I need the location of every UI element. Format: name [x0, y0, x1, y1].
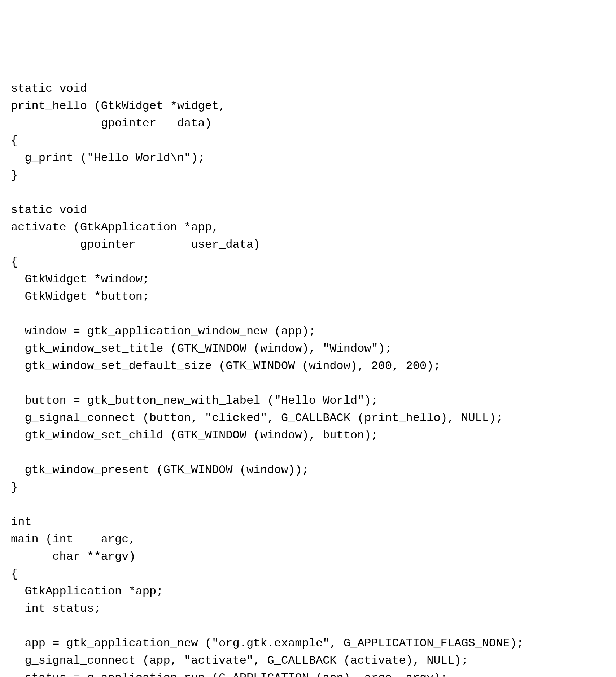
code-listing: static void print_hello (GtkWidget *widg… — [11, 80, 605, 677]
